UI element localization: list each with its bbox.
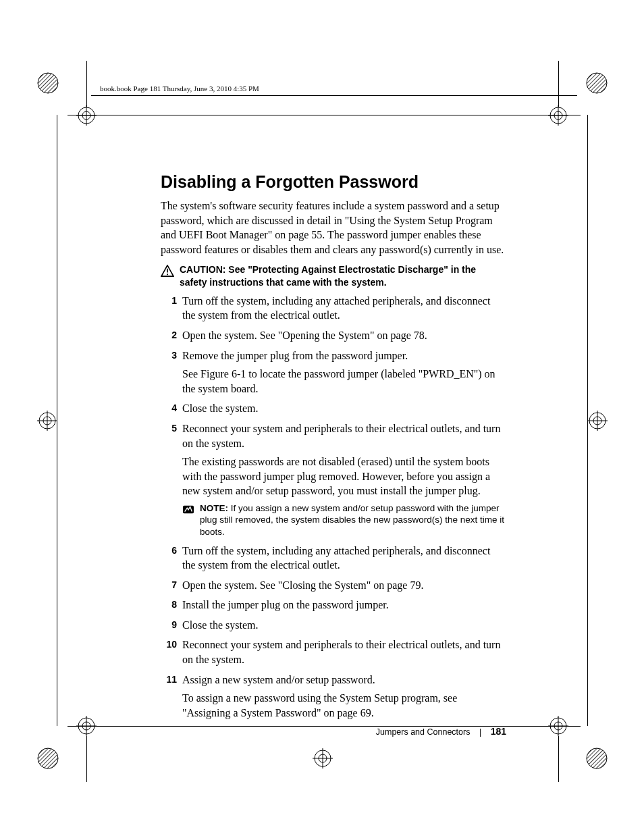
svg-point-1 bbox=[167, 274, 168, 276]
registration-mark-icon bbox=[37, 411, 57, 431]
running-header: book.book Page 181 Thursday, June 3, 201… bbox=[100, 84, 259, 93]
caution-triangle-icon bbox=[161, 263, 180, 280]
step-text: Reconnect your system and peripherals to… bbox=[182, 423, 500, 449]
step-text: Open the system. See "Closing the System… bbox=[182, 579, 423, 591]
footer-page-number: 181 bbox=[491, 726, 506, 737]
step-item: Turn off the system, including any attac… bbox=[161, 544, 505, 573]
page-footer: Jumpers and Connectors | 181 bbox=[351, 726, 506, 737]
note-pencil-icon bbox=[182, 502, 200, 519]
page-title: Disabling a Forgotten Password bbox=[161, 172, 505, 192]
step-item: Install the jumper plug on the password … bbox=[161, 598, 505, 613]
step-list: Turn off the system, including any attac… bbox=[161, 294, 505, 721]
step-text: Turn off the system, including any attac… bbox=[182, 545, 490, 571]
crop-line bbox=[86, 61, 87, 107]
note-body: If you assign a new system and/or setup … bbox=[200, 503, 504, 537]
step-text: Turn off the system, including any attac… bbox=[182, 295, 490, 321]
hatched-circle-icon bbox=[37, 748, 59, 769]
crop-line bbox=[558, 736, 559, 782]
registration-mark-icon bbox=[548, 105, 568, 126]
step-item: Remove the jumper plug from the password… bbox=[161, 348, 505, 396]
step-item: Close the system. bbox=[161, 401, 505, 416]
crop-line bbox=[86, 736, 87, 782]
crop-line bbox=[558, 61, 559, 107]
step-text: Close the system. bbox=[182, 402, 258, 414]
crop-line bbox=[57, 115, 57, 726]
step-item: Reconnect your system and peripherals to… bbox=[161, 421, 505, 538]
step-text: Assign a new system and/or setup passwor… bbox=[182, 674, 375, 685]
header-rule bbox=[91, 95, 577, 96]
caution-text: CAUTION: See "Protecting Against Electro… bbox=[180, 263, 505, 288]
footer-section: Jumpers and Connectors bbox=[376, 727, 471, 737]
hatched-circle-icon bbox=[586, 72, 608, 94]
registration-mark-icon bbox=[587, 411, 608, 431]
step-text: Open the system. See "Opening the System… bbox=[182, 330, 427, 341]
note-text: NOTE: If you assign a new system and/or … bbox=[200, 502, 505, 538]
crop-line bbox=[587, 115, 588, 726]
step-item: Open the system. See "Closing the System… bbox=[161, 578, 505, 593]
step-text: Close the system. bbox=[182, 619, 258, 631]
step-item: Turn off the system, including any attac… bbox=[161, 294, 505, 323]
crop-line bbox=[68, 115, 581, 115]
caution-block: CAUTION: See "Protecting Against Electro… bbox=[161, 263, 505, 288]
step-paragraph: To assign a new password using the Syste… bbox=[182, 691, 505, 720]
hatched-circle-icon bbox=[586, 748, 608, 769]
step-text: Remove the jumper plug from the password… bbox=[182, 350, 408, 361]
step-paragraph: See Figure 6-1 to locate the password ju… bbox=[182, 367, 505, 396]
step-item: Assign a new system and/or setup passwor… bbox=[161, 673, 505, 721]
hatched-circle-icon bbox=[37, 72, 59, 94]
step-item: Reconnect your system and peripherals to… bbox=[161, 637, 505, 667]
step-text: Install the jumper plug on the password … bbox=[182, 599, 389, 610]
step-item: Open the system. See "Opening the System… bbox=[161, 328, 505, 343]
registration-mark-icon bbox=[76, 105, 97, 126]
registration-mark-icon bbox=[313, 748, 333, 768]
caution-label: CAUTION: bbox=[180, 264, 228, 275]
step-text: Reconnect your system and peripherals to… bbox=[182, 639, 500, 665]
step-paragraph: The existing passwords are not disabled … bbox=[182, 454, 505, 498]
note-label: NOTE: bbox=[200, 503, 231, 513]
intro-paragraph: The system's software security features … bbox=[161, 199, 505, 257]
note-block: NOTE: If you assign a new system and/or … bbox=[182, 502, 505, 538]
footer-separator: | bbox=[479, 727, 481, 737]
step-item: Close the system. bbox=[161, 618, 505, 633]
registration-mark-icon bbox=[548, 716, 568, 736]
page-content: Disabling a Forgotten Password The syste… bbox=[161, 172, 505, 725]
crop-line bbox=[68, 726, 581, 727]
